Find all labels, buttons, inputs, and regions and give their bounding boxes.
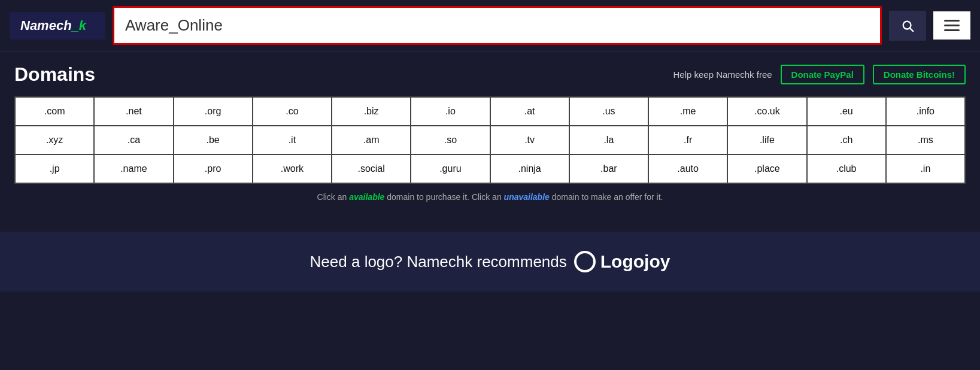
domain-grid: .com.net.org.co.biz.io.at.us.me.co.uk.eu… [14,96,966,184]
svg-line-1 [910,28,913,31]
domain-cell[interactable]: .auto [648,154,727,183]
domain-cell[interactable]: .co.uk [727,97,806,126]
hint-unavailable: unavailable [504,192,550,202]
domain-cell[interactable]: .at [490,97,569,126]
domain-cell[interactable]: .guru [411,154,490,183]
search-wrapper [113,6,882,45]
domain-cell[interactable]: .club [807,154,886,183]
menu-line-3 [944,29,960,31]
domain-cell[interactable]: .biz [332,97,411,126]
domain-cell[interactable]: .fr [648,126,727,154]
search-input[interactable] [114,8,880,43]
domains-header: Domains Help keep Namechk free Donate Pa… [14,63,966,86]
domain-cell[interactable]: .ninja [490,154,569,183]
domain-cell[interactable]: .pro [174,154,253,183]
domain-cell[interactable]: .xyz [15,126,94,154]
domain-cell[interactable]: .eu [807,97,886,126]
logo[interactable]: Namech_k [10,12,105,40]
domain-cell[interactable]: .me [648,97,727,126]
domain-cell[interactable]: .io [411,97,490,126]
domain-cell[interactable]: .info [886,97,965,126]
search-icon [901,19,914,32]
domain-cell[interactable]: .in [886,154,965,183]
domain-cell[interactable]: .co [253,97,332,126]
main-content: Domains Help keep Namechk free Donate Pa… [0,51,980,214]
logojoy-banner-text: Need a logo? Namechk recommends [310,253,567,271]
hint-available: available [349,192,384,202]
search-button[interactable] [889,11,926,41]
domain-cell[interactable]: .la [569,126,648,154]
domain-cell[interactable]: .bar [569,154,648,183]
domain-cell[interactable]: .ch [807,126,886,154]
logojoy-name: Logojoy [600,251,670,272]
domain-cell[interactable]: .work [253,154,332,183]
header-actions: Help keep Namechk free Donate PayPal Don… [673,65,966,84]
hint-after: domain to make an offer for it. [550,192,663,202]
logojoy-banner[interactable]: Need a logo? Namechk recommends Logojoy [0,232,980,292]
domains-title: Domains [14,63,95,86]
menu-button[interactable] [933,11,970,40]
domain-cell[interactable]: .social [332,154,411,183]
domain-cell[interactable]: .tv [490,126,569,154]
domain-cell[interactable]: .place [727,154,806,183]
domain-cell[interactable]: .net [94,97,173,126]
menu-line-2 [944,25,960,26]
menu-line-1 [944,20,960,22]
domain-cell[interactable]: .jp [15,154,94,183]
logo-name-part: Namech [20,18,72,33]
logojoy-logo: Logojoy [574,251,670,272]
domain-cell[interactable]: .am [332,126,411,154]
logo-underscore: _k [72,18,86,33]
domain-cell[interactable]: .ca [94,126,173,154]
domain-cell[interactable]: .it [253,126,332,154]
keep-free-text: Help keep Namechk free [673,69,772,80]
domain-cell[interactable]: .us [569,97,648,126]
domain-cell[interactable]: .life [727,126,806,154]
header: Namech_k [0,0,980,51]
logo-text: Namech_k [20,18,86,34]
donate-paypal-button[interactable]: Donate PayPal [781,65,864,84]
hint-middle: domain to purchase it. Click an [384,192,503,202]
domain-cell[interactable]: .org [174,97,253,126]
domain-cell[interactable]: .com [15,97,94,126]
domain-cell[interactable]: .ms [886,126,965,154]
logojoy-circle-icon [574,251,596,272]
donate-bitcoins-button[interactable]: Donate Bitcoins! [873,65,966,84]
domain-cell[interactable]: .so [411,126,490,154]
domain-cell[interactable]: .be [174,126,253,154]
domain-hint: Click an available domain to purchase it… [14,192,966,202]
hint-before: Click an [317,192,350,202]
domain-cell[interactable]: .name [94,154,173,183]
